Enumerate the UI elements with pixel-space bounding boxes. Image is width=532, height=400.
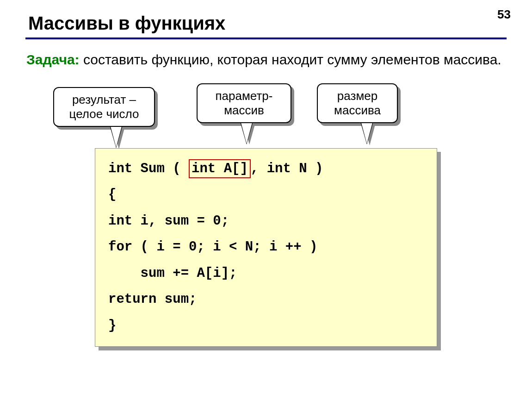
slide: 53 Массивы в функциях Задача: составить …	[0, 0, 532, 400]
code-line: int Sum ( int A[], int N )	[108, 161, 323, 176]
code-line: {	[108, 187, 116, 202]
callout-result-integer: результат – целое число	[53, 87, 155, 127]
code-line: for ( i = 0; i < N; i ++ )	[108, 239, 317, 255]
callout-line: результат –	[72, 93, 136, 106]
task-label: Задача:	[26, 52, 80, 67]
callout-line: целое число	[69, 107, 139, 121]
code-block: int Sum ( int A[], int N ) { int i, sum …	[95, 148, 437, 347]
highlighted-param: int A[]	[189, 159, 251, 179]
code-line: sum += A[i];	[108, 266, 237, 281]
code-content: int Sum ( int A[], int N ) { int i, sum …	[95, 148, 437, 347]
callout-line: параметр-	[216, 89, 273, 103]
page-number: 53	[497, 7, 511, 22]
code-line: int i, sum = 0;	[108, 213, 229, 229]
callout-array-size: размер массива	[317, 83, 398, 123]
slide-heading: Массивы в функциях	[28, 13, 507, 34]
callout-line: массива	[334, 103, 381, 117]
callout-param-array: параметр- массив	[197, 83, 291, 123]
callout-line: размер	[337, 89, 377, 103]
code-line: }	[108, 318, 116, 333]
code-line: return sum;	[108, 292, 197, 307]
callout-line: массив	[224, 103, 264, 117]
heading-rule	[25, 38, 507, 39]
task-paragraph: Задача: составить функцию, которая наход…	[26, 50, 507, 69]
diagram-area: результат – целое число параметр- массив…	[25, 83, 507, 366]
task-text: составить функцию, которая находит сумму…	[80, 52, 501, 67]
